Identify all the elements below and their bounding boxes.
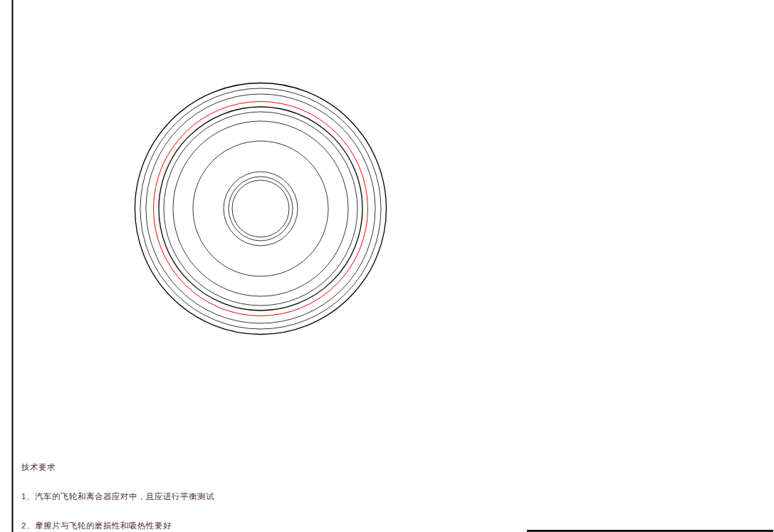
tech-requirement-item: 2、摩擦片与飞轮的磨损性和吸热性要好: [21, 521, 214, 531]
tech-requirement-item: 1、汽车的飞轮和离合器应对中，且应进行平衡测试: [21, 492, 214, 502]
cad-drawing-canvas: 技术要求 1、汽车的飞轮和离合器应对中，且应进行平衡测试 2、摩擦片与飞轮的磨损…: [0, 0, 774, 532]
tech-requirements: 技术要求 1、汽车的飞轮和离合器应对中，且应进行平衡测试 2、摩擦片与飞轮的磨损…: [21, 444, 214, 532]
tech-requirements-title: 技术要求: [21, 463, 214, 473]
front-view-clutch: [135, 83, 387, 335]
